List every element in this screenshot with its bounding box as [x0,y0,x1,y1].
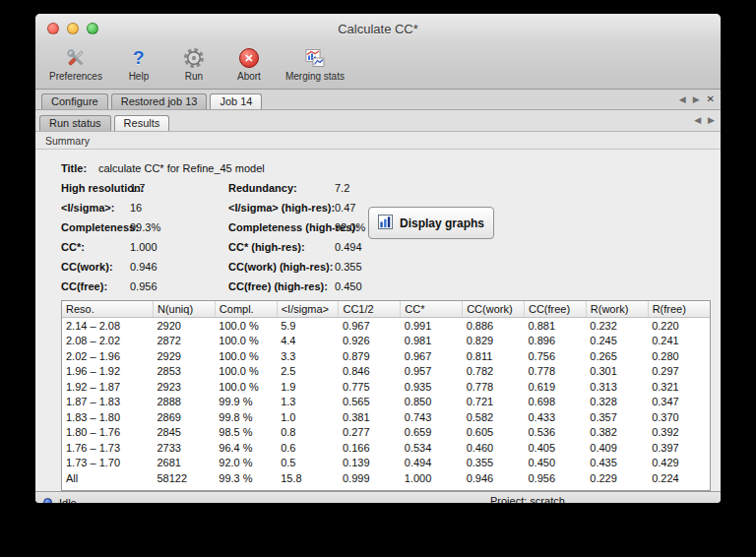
table-cell: 0.778 [524,364,586,380]
table-cell: 1.9 [277,379,339,395]
column-header[interactable]: N(uniq) [154,301,216,318]
summary-value: 1.000 [130,241,228,253]
table-cell: 5.9 [277,318,339,334]
table-cell: 2845 [154,425,216,441]
table-row[interactable]: 1.80 – 1.76284598.5 %0.80.2770.6590.6050… [62,425,710,441]
table-cell: 0.245 [586,334,648,349]
table-row[interactable]: 2.14 – 2.082920100.0 %5.90.9670.9910.886… [62,318,710,334]
table-cell: 0.565 [339,395,401,410]
job-tab-nav: ◀ ▶ ✕ [679,90,715,109]
column-header[interactable]: CC1/2 [339,301,401,318]
job-tab-bar: Configure Restored job 13 Job 14 ◀ ▶ ✕ [35,90,721,110]
table-cell: 0.926 [339,334,401,349]
results-table: Reso.N(uniq)Compl.<I/sigma>CC1/2CC*CC(wo… [62,301,710,486]
tab-results[interactable]: Results [114,115,170,131]
title-bar: Calculate CC* [35,14,721,43]
tab-scroll-right-icon[interactable]: ▶ [708,116,715,125]
table-cell: 100.0 % [215,364,277,380]
status-bar: Idle Project: scratch [35,491,721,503]
results-table-body: 2.14 – 2.082920100.0 %5.90.9670.9910.886… [62,318,710,486]
table-cell: 0.881 [524,318,586,334]
display-graphs-label: Display graphs [400,217,484,230]
summary-label: Completeness: [61,221,130,233]
column-header[interactable]: CC(free) [524,301,586,318]
table-cell: 0.534 [401,440,463,456]
table-cell: 0.698 [524,395,586,410]
tab-configure[interactable]: Configure [41,93,108,109]
project-label: Project: scratch [490,495,565,503]
tab-scroll-right-icon[interactable]: ▶ [693,95,700,104]
display-graphs-button[interactable]: Display graphs [368,207,494,239]
preferences-icon [64,45,88,71]
summary-label: <I/sigma>: [61,202,130,214]
column-header[interactable]: R(free) [648,301,710,318]
table-cell: 100.0 % [215,334,277,349]
table-cell: 2.14 – 2.08 [62,318,154,334]
summary-label: CC* (high-res): [228,241,335,253]
summary-value: 0.355 [335,261,721,273]
toolbar-label: Merging stats [285,71,345,82]
table-row[interactable]: 2.02 – 1.962929100.0 %3.30.8790.9670.811… [62,348,710,364]
table-cell: 1.000 [401,470,463,486]
tab-close-icon[interactable]: ✕ [707,94,715,104]
table-row[interactable]: 2.08 – 2.022872100.0 %4.40.9260.9810.829… [62,334,710,349]
zoom-window-button[interactable] [87,23,98,34]
toolbar-item-preferences[interactable]: Preferences [45,45,106,82]
table-cell: 0.8 [277,425,339,441]
table-row[interactable]: 1.73 – 1.70268192.0 %0.50.1390.4940.3550… [62,456,710,471]
toolbar-item-abort[interactable]: ✕ Abort [226,45,272,82]
summary-row: CC(free): 0.956 CC(free) (high-res): 0.4… [61,277,721,296]
table-row[interactable]: All5812299.3 %15.80.9991.0000.9460.9560.… [62,470,710,486]
table-row[interactable]: 1.83 – 1.80286999.8 %1.00.3810.7430.5820… [62,409,710,425]
tab-job-14[interactable]: Job 14 [210,93,262,109]
summary-label: CC*: [61,241,130,253]
table-cell: 1.96 – 1.92 [62,364,154,380]
table-row[interactable]: 1.87 – 1.83288899.9 %1.30.5650.8500.7210… [62,395,710,410]
close-window-button[interactable] [47,23,59,34]
toolbar-item-merging-stats[interactable]: Merging stats [282,45,348,82]
column-header[interactable]: R(work) [586,301,648,318]
table-cell: 0.297 [648,364,710,380]
table-cell: 96.4 % [215,440,277,456]
summary-value: 7.2 [335,182,721,194]
table-row[interactable]: 1.92 – 1.872923100.0 %1.90.7750.9350.778… [62,379,710,395]
toolbar-item-help[interactable]: ? Help [116,45,161,82]
summary-label: High resolution: [61,182,130,194]
table-row[interactable]: 1.96 – 1.922853100.0 %2.50.8460.9570.782… [62,364,710,380]
toolbar-item-run[interactable]: Run [171,45,217,82]
table-cell: 0.220 [648,318,710,334]
table-cell: 0.166 [339,440,401,456]
summary-value: 99.3% [130,221,228,233]
table-cell: 2681 [154,456,216,471]
table-cell: 1.83 – 1.80 [62,409,154,425]
table-row[interactable]: 1.76 – 1.73273396.4 %0.60.1660.5340.4600… [62,440,710,456]
table-cell: 0.494 [401,456,463,471]
table-cell: 0.224 [648,470,710,486]
column-header[interactable]: CC(work) [463,301,525,318]
table-cell: 1.80 – 1.76 [62,425,154,441]
minimize-window-button[interactable] [67,23,79,34]
table-cell: 0.392 [648,425,710,441]
window-title: Calculate CC* [338,22,418,36]
column-header[interactable]: Compl. [215,301,277,318]
toolbar-label: Run [185,71,203,82]
tab-scroll-left-icon[interactable]: ◀ [694,116,701,125]
table-cell: 0.265 [586,348,648,364]
summary-label: CC(free): [61,280,130,292]
table-cell: 0.811 [463,348,525,364]
table-cell: 0.321 [648,379,710,395]
tab-restored-job-13[interactable]: Restored job 13 [111,93,208,109]
tab-scroll-left-icon[interactable]: ◀ [679,95,686,104]
table-cell: 0.357 [586,409,648,425]
tab-summary[interactable]: Summary [45,135,90,147]
table-cell: 2.08 – 2.02 [62,334,154,349]
column-header[interactable]: Reso. [62,301,154,318]
table-cell: 0.229 [586,470,648,486]
table-cell: 0.405 [524,440,586,456]
table-cell: 0.435 [586,456,648,471]
column-header[interactable]: CC* [401,301,463,318]
table-cell: All [62,470,154,486]
column-header[interactable]: <I/sigma> [277,301,339,318]
tab-run-status[interactable]: Run status [39,115,111,131]
table-cell: 100.0 % [215,379,277,395]
